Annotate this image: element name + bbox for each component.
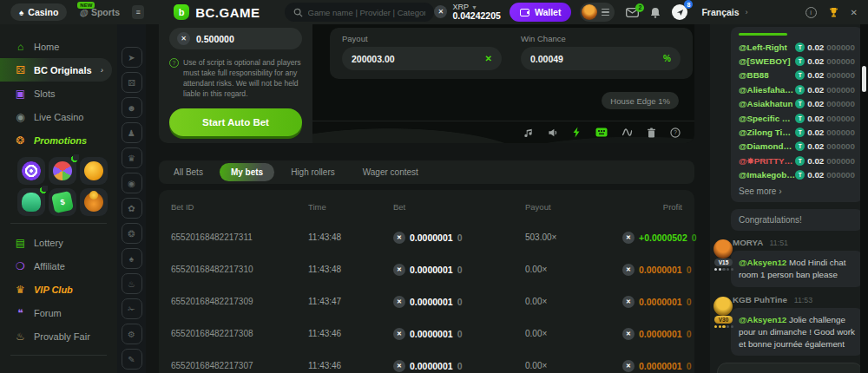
tip-row[interactable]: @[SWEBOY]T0.02000000	[739, 54, 855, 68]
messages-button[interactable]: 2	[626, 8, 639, 17]
mention-link[interactable]: @Aksyen12	[739, 258, 786, 267]
message-time: 11:51	[770, 239, 788, 247]
table-header-row: Bet ID Time Bet Payout Profit	[171, 192, 682, 221]
casino-toggle[interactable]: ♠ Casino	[10, 3, 67, 21]
tip-row[interactable]: @Diamond◆Hu...T0.02000000	[739, 140, 855, 154]
tab-wager-contest[interactable]: Wager contest	[352, 163, 430, 181]
tab-high-rollers[interactable]: High rollers	[279, 163, 346, 181]
search-icon	[293, 8, 303, 17]
language-selector[interactable]: Français ›	[701, 7, 747, 17]
sidebar-item-forum[interactable]: ❝ Forum	[0, 301, 117, 324]
house-edge-pill: House Edge 1%	[602, 92, 679, 109]
table-row[interactable]: 65520168482217308 11:43:46 ✕0.00000010 0…	[171, 317, 682, 350]
promo-wheel[interactable]	[49, 157, 76, 185]
tip-row[interactable]: @Zilong Tik TokT0.02000000	[739, 125, 855, 139]
avatar[interactable]	[713, 239, 733, 258]
rail-game-icon[interactable]: ☻	[122, 97, 142, 118]
bet-amount: ✕0.00000010	[393, 232, 525, 244]
notifications-button[interactable]	[650, 7, 661, 18]
rail-game-icon[interactable]: ◉	[122, 173, 142, 193]
casino-label: Casino	[28, 7, 58, 17]
promo-lucky-spin[interactable]	[17, 157, 45, 185]
tab-all-bets[interactable]: All Bets	[162, 163, 214, 181]
sound-button[interactable]	[548, 128, 558, 138]
chat-username[interactable]: MORYA	[733, 238, 763, 247]
promo-piggy-bank[interactable]	[80, 157, 108, 185]
avatar[interactable]	[713, 297, 733, 316]
page-scrollbar-track[interactable]	[860, 24, 868, 373]
clear-button[interactable]	[647, 128, 656, 138]
close-icon[interactable]: ✕	[851, 8, 858, 17]
table-row[interactable]: 65520168482217307 11:43:46 ✕0.00000010 0…	[171, 350, 682, 373]
search-input[interactable]	[308, 8, 426, 17]
rail-game-icon[interactable]: ♛	[122, 147, 142, 168]
hotkeys-button[interactable]	[595, 128, 608, 137]
see-more-link[interactable]: See more ›	[739, 186, 855, 196]
sidebar-item-affiliate[interactable]: ❍ Affiliate	[0, 254, 117, 278]
win-chance-input[interactable]: 0.00049 %	[521, 47, 681, 70]
wheel-icon	[53, 161, 72, 180]
cards-icon	[602, 9, 609, 16]
rail-game-icon[interactable]: ✁	[122, 298, 142, 319]
rail-game-icon[interactable]: ♠	[122, 248, 142, 269]
chat-input[interactable]	[717, 363, 863, 373]
tip-row[interactable]: @Left-RightT0.02000000	[739, 40, 855, 54]
rail-game-icon[interactable]: ⚄	[122, 72, 142, 93]
profile-button[interactable]	[580, 3, 615, 22]
mention-link[interactable]: @Aksyen12	[739, 315, 786, 324]
chat-message: V30 KGB PuhTine 11:53 @Aksyen12 Jolie ch…	[717, 295, 863, 357]
sidebar-item-live-casino[interactable]: ◉ Live Casino	[0, 105, 117, 128]
rail-game-icon[interactable]: ♨	[122, 273, 142, 294]
rail-game-icon[interactable]: ⚙	[122, 324, 142, 344]
music-button[interactable]	[523, 128, 534, 138]
username-link: @Left-Right	[739, 43, 787, 52]
sidebar-item-promotions[interactable]: ❂ Promotions	[0, 128, 117, 152]
tip-row[interactable]: @Specific CowdenT0.02000000	[739, 111, 855, 125]
turbo-button[interactable]	[572, 127, 582, 138]
bcgame-logo[interactable]: b BC.GAME	[174, 4, 260, 20]
sidebar-item-slots[interactable]: ▣ Slots	[0, 82, 117, 105]
stats-button[interactable]	[621, 128, 633, 137]
tip-row[interactable]: @Imakegob00m...T0.02000000	[739, 168, 855, 182]
promo-grid: $	[17, 157, 117, 216]
username-link: @Aliesfahan1363	[739, 85, 795, 95]
chat-username[interactable]: KGB PuhTine	[733, 295, 787, 304]
wallet-button[interactable]: Wallet	[510, 3, 572, 22]
table-row[interactable]: 65520168482217311 11:43:48 ✕0.00000010 5…	[171, 221, 682, 253]
sidebar-item-vip-club[interactable]: ♛ VIP Club	[0, 278, 117, 301]
sidebar-item-provably-fair[interactable]: ♨ Provably Fair	[0, 324, 117, 348]
game-search[interactable]	[285, 3, 435, 22]
rail-game-icon[interactable]: ❂	[122, 223, 142, 244]
bet-amount-input[interactable]: ✕ 0.500000	[169, 28, 302, 49]
help-button[interactable]: ?	[670, 128, 681, 138]
payout-panel: Payout 200003.00 ✕ Win Chance 0.00049 %	[330, 28, 693, 79]
sidebar-divider	[10, 223, 107, 224]
table-row[interactable]: 65520168482217309 11:43:47 ✕0.00000010 0…	[171, 285, 682, 317]
currency-selector[interactable]: ✕ XRP▼ 0.04242205	[434, 3, 500, 21]
payout-input[interactable]: 200003.00 ✕	[342, 47, 502, 70]
promo-rocket[interactable]	[17, 188, 45, 216]
rail-game-icon[interactable]: ♟	[122, 122, 142, 143]
sidebar-item-home[interactable]: ⌂ Home	[0, 35, 117, 58]
sidebar-item-lottery[interactable]: ▤ Lottery	[0, 231, 117, 254]
start-auto-bet-button[interactable]: Start Auto Bet	[169, 108, 302, 136]
new-badge: NEW	[77, 2, 95, 9]
menu-button[interactable]: ≡	[132, 5, 144, 19]
table-row[interactable]: 65520168482217310 11:43:48 ✕0.00000010 0…	[171, 253, 682, 285]
chat-toggle-button[interactable]: 8	[672, 4, 687, 20]
promo-cash-tag[interactable]: $	[49, 188, 76, 216]
info-button[interactable]: i	[806, 7, 817, 18]
tip-row[interactable]: @✸PRITTYS233✸T0.02000000	[739, 154, 855, 167]
tip-row[interactable]: @BB88T0.02000000	[739, 69, 855, 82]
page-scrollbar-thumb[interactable]	[862, 66, 866, 92]
tip-row[interactable]: @Aliesfahan1363T0.02000000	[739, 82, 855, 96]
tab-my-bets[interactable]: My bets	[220, 163, 274, 181]
rail-game-icon[interactable]: ✿	[122, 198, 142, 219]
tip-row[interactable]: @AsiakhatunT0.02000000	[739, 97, 855, 111]
sports-toggle[interactable]: NEW ◍ Sports	[79, 7, 120, 18]
sidebar-item-bc-originals[interactable]: ⚄ BC Originals ›	[0, 58, 112, 82]
rail-game-icon[interactable]: ➤	[122, 47, 142, 68]
rail-game-icon[interactable]: ✎	[122, 349, 142, 370]
promo-bonus-coin[interactable]	[80, 188, 108, 216]
trophy-button[interactable]	[828, 7, 839, 18]
